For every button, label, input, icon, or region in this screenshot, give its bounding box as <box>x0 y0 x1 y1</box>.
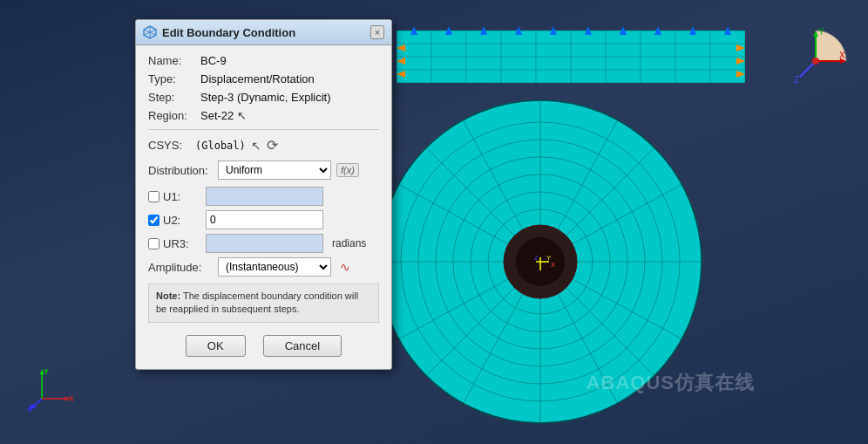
amplitude-label: Amplitude: <box>148 261 213 274</box>
ok-button[interactable]: OK <box>186 335 246 357</box>
dialog-title: Edit Boundary Condition <box>162 26 295 39</box>
ur3-checkbox[interactable] <box>148 238 159 249</box>
svg-text:X: X <box>551 261 556 269</box>
region-label: Region: <box>148 109 200 122</box>
coord-axes-bottom-left: Y Z X <box>26 365 87 418</box>
ur3-checkbox-label: UR3: <box>148 237 200 250</box>
svg-text:Z: Z <box>794 75 799 85</box>
watermark: ABAQUS仿真在线 <box>587 370 755 396</box>
abaqus-icon <box>143 25 157 39</box>
amplitude-select[interactable]: (Instantaneous) <box>218 257 331 277</box>
type-row: Type: Displacement/Rotation <box>148 72 379 85</box>
dialog-buttons: OK Cancel <box>148 330 379 360</box>
csys-cursor-icon[interactable]: ↖ <box>251 139 261 153</box>
edit-boundary-condition-dialog: Edit Boundary Condition × Name: BC-9 Typ… <box>135 19 392 370</box>
region-row: Region: Set-22 ↖ <box>148 109 379 122</box>
csys-value: (Global) <box>195 140 246 152</box>
step-value: Step-3 (Dynamic, Explicit) <box>200 91 331 104</box>
distribution-row: Distribution: Uniform User-defined f(x) <box>148 161 379 180</box>
dialog-body: Name: BC-9 Type: Displacement/Rotation S… <box>136 45 391 369</box>
rect-mesh <box>397 26 745 87</box>
dialog-close-button[interactable]: × <box>370 25 384 39</box>
step-row: Step: Step-3 (Dynamic, Explicit) <box>148 91 379 104</box>
distribution-select[interactable]: Uniform User-defined <box>218 161 331 180</box>
u2-row: U2: <box>148 210 379 229</box>
svg-text:Y: Y <box>818 27 824 37</box>
csys-rotate-icon[interactable]: ⟳ <box>267 137 278 154</box>
note-bold: Note: <box>156 290 180 301</box>
csys-label: CSYS: <box>148 139 192 152</box>
ur3-input[interactable] <box>206 234 323 253</box>
u1-row: U1: <box>148 187 379 206</box>
name-value: BC-9 <box>200 54 227 67</box>
u1-checkbox[interactable] <box>148 191 159 202</box>
ur3-unit: radians <box>332 237 366 249</box>
u2-checkbox-label: U2: <box>148 214 200 227</box>
u2-input[interactable] <box>206 210 323 229</box>
u1-input[interactable] <box>206 187 323 206</box>
note-text: The displacement boundary condition will… <box>156 290 358 314</box>
distribution-label: Distribution: <box>148 164 213 177</box>
u2-label: U2: <box>163 214 187 227</box>
coord-axes-top-right: Y X Z <box>781 26 851 96</box>
amplitude-row: Amplitude: (Instantaneous) ∿ <box>148 257 379 277</box>
svg-text:Z: Z <box>534 255 539 261</box>
type-label: Type: <box>148 72 200 85</box>
name-label: Name: <box>148 54 200 67</box>
type-value: Displacement/Rotation <box>200 72 315 85</box>
amplitude-wave-icon[interactable]: ∿ <box>340 260 350 274</box>
divider1 <box>148 129 379 130</box>
svg-text:Y: Y <box>44 367 50 376</box>
u1-label: U1: <box>163 190 187 203</box>
region-value: Set-22 <box>200 109 234 122</box>
u2-checkbox[interactable] <box>148 215 159 226</box>
svg-text:Z: Z <box>27 404 32 413</box>
svg-text:X: X <box>69 394 75 403</box>
cancel-button[interactable]: Cancel <box>263 335 342 357</box>
dialog-title-left: Edit Boundary Condition <box>143 25 295 39</box>
u1-checkbox-label: U1: <box>148 190 200 203</box>
dialog-titlebar: Edit Boundary Condition × <box>136 20 391 45</box>
ur3-row: UR3: radians <box>148 234 379 253</box>
csys-row: CSYS: (Global) ↖ ⟳ <box>148 137 379 154</box>
viewport: Y X Z Y X Z Y <box>0 0 868 444</box>
region-cursor-icon: ↖ <box>237 109 247 122</box>
ur3-label: UR3: <box>163 237 189 250</box>
note-section: Note: The displacement boundary conditio… <box>148 283 379 323</box>
svg-text:X: X <box>839 51 845 60</box>
name-row: Name: BC-9 <box>148 54 379 67</box>
step-label: Step: <box>148 91 200 104</box>
svg-point-71 <box>812 58 819 65</box>
fx-button[interactable]: f(x) <box>336 163 359 177</box>
